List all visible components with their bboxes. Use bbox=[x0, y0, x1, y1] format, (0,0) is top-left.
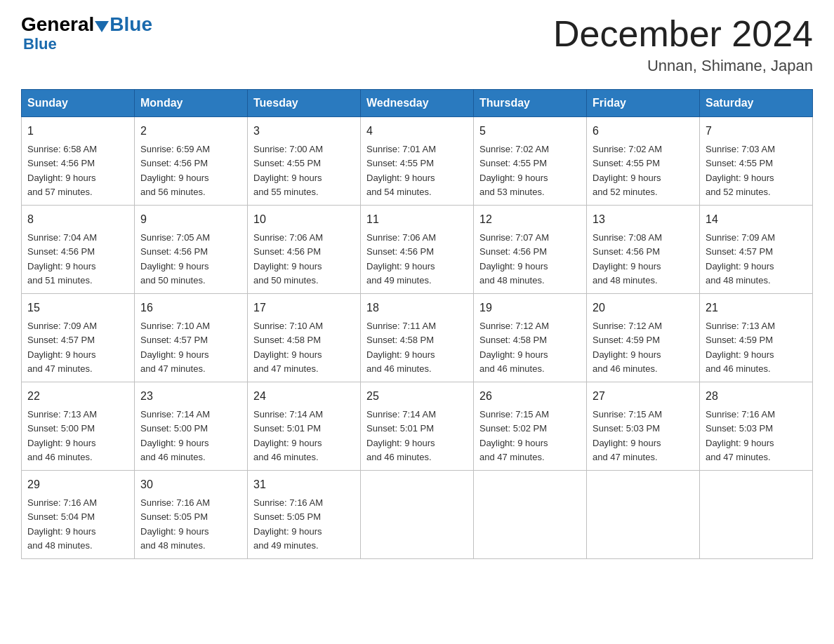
calendar-cell: 19Sunrise: 7:12 AM Sunset: 4:58 PM Dayli… bbox=[474, 294, 587, 382]
location-subtitle: Unnan, Shimane, Japan bbox=[553, 57, 813, 75]
day-info: Sunrise: 7:02 AM Sunset: 4:55 PM Dayligh… bbox=[593, 144, 662, 197]
logo: GeneralBlue Blue bbox=[21, 14, 152, 53]
page-header: GeneralBlue Blue December 2024 Unnan, Sh… bbox=[21, 14, 813, 75]
calendar-cell: 7Sunrise: 7:03 AM Sunset: 4:55 PM Daylig… bbox=[700, 117, 813, 206]
day-info: Sunrise: 7:10 AM Sunset: 4:58 PM Dayligh… bbox=[253, 321, 323, 374]
day-info: Sunrise: 7:10 AM Sunset: 4:57 PM Dayligh… bbox=[140, 321, 210, 374]
day-info: Sunrise: 7:14 AM Sunset: 5:01 PM Dayligh… bbox=[253, 409, 323, 462]
header-row: SundayMondayTuesdayWednesdayThursdayFrid… bbox=[22, 90, 813, 117]
calendar-cell: 11Sunrise: 7:06 AM Sunset: 4:56 PM Dayli… bbox=[361, 206, 474, 294]
day-number: 22 bbox=[27, 388, 128, 405]
day-number: 15 bbox=[27, 300, 128, 316]
day-number: 11 bbox=[366, 211, 468, 228]
day-number: 8 bbox=[27, 211, 128, 228]
day-info: Sunrise: 7:13 AM Sunset: 4:59 PM Dayligh… bbox=[706, 321, 775, 374]
day-number: 9 bbox=[140, 211, 241, 228]
day-number: 30 bbox=[140, 476, 241, 493]
day-number: 23 bbox=[140, 388, 241, 405]
calendar-body: 1Sunrise: 6:58 AM Sunset: 4:56 PM Daylig… bbox=[22, 117, 813, 559]
day-info: Sunrise: 7:14 AM Sunset: 5:01 PM Dayligh… bbox=[366, 409, 436, 462]
day-number: 31 bbox=[253, 476, 355, 493]
calendar-cell: 27Sunrise: 7:15 AM Sunset: 5:03 PM Dayli… bbox=[587, 382, 700, 471]
calendar-cell: 10Sunrise: 7:06 AM Sunset: 4:56 PM Dayli… bbox=[248, 206, 361, 294]
day-info: Sunrise: 7:05 AM Sunset: 4:56 PM Dayligh… bbox=[140, 232, 210, 286]
day-info: Sunrise: 7:16 AM Sunset: 5:05 PM Dayligh… bbox=[253, 497, 323, 551]
calendar-cell: 22Sunrise: 7:13 AM Sunset: 5:00 PM Dayli… bbox=[22, 382, 135, 471]
day-info: Sunrise: 7:09 AM Sunset: 4:57 PM Dayligh… bbox=[706, 232, 775, 286]
day-info: Sunrise: 7:02 AM Sunset: 4:55 PM Dayligh… bbox=[479, 144, 549, 197]
day-info: Sunrise: 7:06 AM Sunset: 4:56 PM Dayligh… bbox=[366, 232, 436, 286]
day-number: 28 bbox=[706, 388, 807, 405]
calendar-cell: 21Sunrise: 7:13 AM Sunset: 4:59 PM Dayli… bbox=[700, 294, 813, 382]
header-day-sunday: Sunday bbox=[22, 90, 135, 117]
day-number: 17 bbox=[253, 300, 355, 316]
day-info: Sunrise: 7:09 AM Sunset: 4:57 PM Dayligh… bbox=[27, 321, 97, 374]
day-info: Sunrise: 7:14 AM Sunset: 5:00 PM Dayligh… bbox=[140, 409, 210, 462]
week-row-5: 29Sunrise: 7:16 AM Sunset: 5:04 PM Dayli… bbox=[22, 471, 813, 559]
day-number: 21 bbox=[706, 300, 807, 316]
calendar-cell bbox=[474, 471, 587, 559]
day-info: Sunrise: 7:03 AM Sunset: 4:55 PM Dayligh… bbox=[706, 144, 775, 197]
calendar-cell: 18Sunrise: 7:11 AM Sunset: 4:58 PM Dayli… bbox=[361, 294, 474, 382]
calendar-cell: 17Sunrise: 7:10 AM Sunset: 4:58 PM Dayli… bbox=[248, 294, 361, 382]
calendar-cell: 13Sunrise: 7:08 AM Sunset: 4:56 PM Dayli… bbox=[587, 206, 700, 294]
day-number: 1 bbox=[27, 123, 128, 140]
calendar-cell: 12Sunrise: 7:07 AM Sunset: 4:56 PM Dayli… bbox=[474, 206, 587, 294]
calendar-cell: 14Sunrise: 7:09 AM Sunset: 4:57 PM Dayli… bbox=[700, 206, 813, 294]
calendar-table: SundayMondayTuesdayWednesdayThursdayFrid… bbox=[21, 89, 813, 559]
calendar-cell: 23Sunrise: 7:14 AM Sunset: 5:00 PM Dayli… bbox=[135, 382, 248, 471]
day-number: 27 bbox=[593, 388, 694, 405]
header-day-saturday: Saturday bbox=[700, 90, 813, 117]
logo-blue-label: Blue bbox=[21, 36, 152, 53]
calendar-cell: 31Sunrise: 7:16 AM Sunset: 5:05 PM Dayli… bbox=[248, 471, 361, 559]
day-info: Sunrise: 7:16 AM Sunset: 5:04 PM Dayligh… bbox=[27, 497, 97, 551]
day-number: 10 bbox=[253, 211, 355, 228]
header-day-thursday: Thursday bbox=[474, 90, 587, 117]
day-info: Sunrise: 7:07 AM Sunset: 4:56 PM Dayligh… bbox=[479, 232, 549, 286]
day-number: 6 bbox=[593, 123, 694, 140]
logo-triangle-icon bbox=[95, 21, 109, 32]
header-day-monday: Monday bbox=[135, 90, 248, 117]
day-number: 7 bbox=[706, 123, 807, 140]
calendar-cell: 4Sunrise: 7:01 AM Sunset: 4:55 PM Daylig… bbox=[361, 117, 474, 206]
day-info: Sunrise: 7:16 AM Sunset: 5:05 PM Dayligh… bbox=[140, 497, 210, 551]
day-number: 2 bbox=[140, 123, 241, 140]
day-info: Sunrise: 7:15 AM Sunset: 5:03 PM Dayligh… bbox=[593, 409, 662, 462]
day-number: 19 bbox=[479, 300, 581, 316]
day-info: Sunrise: 7:12 AM Sunset: 4:58 PM Dayligh… bbox=[479, 321, 549, 374]
day-number: 14 bbox=[706, 211, 807, 228]
calendar-cell: 25Sunrise: 7:14 AM Sunset: 5:01 PM Dayli… bbox=[361, 382, 474, 471]
week-row-2: 8Sunrise: 7:04 AM Sunset: 4:56 PM Daylig… bbox=[22, 206, 813, 294]
day-info: Sunrise: 7:15 AM Sunset: 5:02 PM Dayligh… bbox=[479, 409, 549, 462]
calendar-cell: 26Sunrise: 7:15 AM Sunset: 5:02 PM Dayli… bbox=[474, 382, 587, 471]
header-day-tuesday: Tuesday bbox=[248, 90, 361, 117]
calendar-cell: 29Sunrise: 7:16 AM Sunset: 5:04 PM Dayli… bbox=[22, 471, 135, 559]
title-section: December 2024 Unnan, Shimane, Japan bbox=[553, 14, 813, 75]
day-info: Sunrise: 7:00 AM Sunset: 4:55 PM Dayligh… bbox=[253, 144, 323, 197]
day-info: Sunrise: 7:01 AM Sunset: 4:55 PM Dayligh… bbox=[366, 144, 436, 197]
logo-blue-text: Blue bbox=[110, 14, 152, 36]
day-number: 3 bbox=[253, 123, 355, 140]
calendar-cell: 30Sunrise: 7:16 AM Sunset: 5:05 PM Dayli… bbox=[135, 471, 248, 559]
day-number: 29 bbox=[27, 476, 128, 493]
day-info: Sunrise: 7:06 AM Sunset: 4:56 PM Dayligh… bbox=[253, 232, 323, 286]
day-info: Sunrise: 7:04 AM Sunset: 4:56 PM Dayligh… bbox=[27, 232, 97, 286]
calendar-header: SundayMondayTuesdayWednesdayThursdayFrid… bbox=[22, 90, 813, 117]
day-number: 18 bbox=[366, 300, 468, 316]
day-number: 4 bbox=[366, 123, 468, 140]
calendar-cell bbox=[361, 471, 474, 559]
day-info: Sunrise: 7:12 AM Sunset: 4:59 PM Dayligh… bbox=[593, 321, 662, 374]
day-info: Sunrise: 6:58 AM Sunset: 4:56 PM Dayligh… bbox=[27, 144, 97, 197]
calendar-cell: 2Sunrise: 6:59 AM Sunset: 4:56 PM Daylig… bbox=[135, 117, 248, 206]
week-row-1: 1Sunrise: 6:58 AM Sunset: 4:56 PM Daylig… bbox=[22, 117, 813, 206]
day-number: 26 bbox=[479, 388, 581, 405]
calendar-cell: 3Sunrise: 7:00 AM Sunset: 4:55 PM Daylig… bbox=[248, 117, 361, 206]
header-day-friday: Friday bbox=[587, 90, 700, 117]
day-number: 12 bbox=[479, 211, 581, 228]
day-number: 24 bbox=[253, 388, 355, 405]
day-number: 16 bbox=[140, 300, 241, 316]
calendar-cell: 8Sunrise: 7:04 AM Sunset: 4:56 PM Daylig… bbox=[22, 206, 135, 294]
calendar-cell: 16Sunrise: 7:10 AM Sunset: 4:57 PM Dayli… bbox=[135, 294, 248, 382]
week-row-4: 22Sunrise: 7:13 AM Sunset: 5:00 PM Dayli… bbox=[22, 382, 813, 471]
calendar-cell: 6Sunrise: 7:02 AM Sunset: 4:55 PM Daylig… bbox=[587, 117, 700, 206]
